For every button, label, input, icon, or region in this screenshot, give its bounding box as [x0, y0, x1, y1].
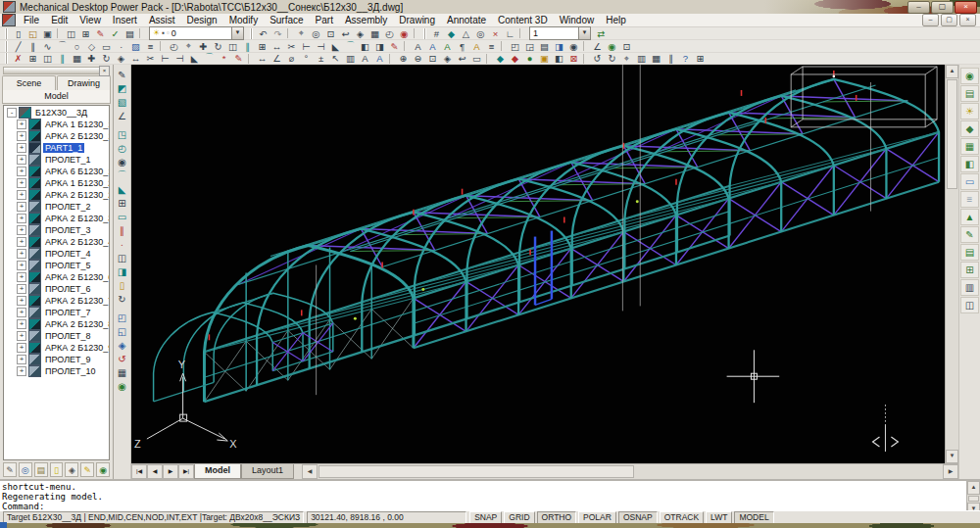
snap-intersection-icon[interactable]: ×	[488, 27, 503, 39]
fillet-feature-icon[interactable]: ⌒	[115, 168, 129, 182]
zoom-window2-icon[interactable]: ⊡	[425, 53, 440, 65]
subtract-icon[interactable]: ◨	[372, 40, 387, 52]
drawing-viewport[interactable]: Y X Z	[131, 65, 945, 463]
quick-render-icon[interactable]: ◉	[115, 379, 129, 393]
sketch-icon[interactable]: ◩	[115, 81, 129, 95]
sheet-tab[interactable]: Layout1	[241, 464, 294, 479]
menu-item[interactable]: Modify	[223, 14, 264, 26]
menu-item[interactable]: View	[74, 14, 107, 26]
osnap-mid-icon[interactable]: ◆	[508, 53, 522, 65]
status-toggle[interactable]: OSNAP	[618, 511, 658, 524]
tree-expand-icon[interactable]: +	[17, 343, 26, 353]
move2-icon[interactable]: ✚	[84, 53, 99, 65]
menu-item[interactable]: Assembly	[339, 14, 393, 26]
prev-tab-button[interactable]: ◀	[147, 464, 163, 479]
explode-icon[interactable]: *	[217, 53, 231, 65]
arc-icon[interactable]: ⌒	[55, 40, 70, 52]
mtext2-icon[interactable]: A	[372, 53, 387, 65]
palette-tab-model[interactable]: Model	[2, 90, 111, 104]
tree-expand-icon[interactable]: +	[17, 225, 26, 235]
osnap-end-icon[interactable]: ◆	[493, 53, 508, 65]
offset2-icon[interactable]: ∥	[55, 53, 70, 65]
highlight-icon[interactable]: ✎	[80, 462, 94, 477]
zoom-all-icon[interactable]: ◈	[440, 53, 455, 65]
region-icon[interactable]: ≡	[143, 40, 158, 52]
tree-item[interactable]: + ПРОЛЕТ_9	[4, 354, 109, 365]
command-history[interactable]: shortcut-menu.Regenerating model.Command…	[0, 481, 966, 510]
toolbar-separator[interactable]	[519, 28, 524, 38]
style-combo-dropdown[interactable]: ▼	[578, 27, 590, 39]
named-views-icon[interactable]: ▦	[368, 27, 382, 39]
layers-icon[interactable]: ▦	[649, 53, 663, 65]
trim2-icon[interactable]: ✂	[143, 53, 158, 65]
desktop-options-icon[interactable]: ✎	[3, 462, 17, 477]
linetype-icon[interactable]: ∥	[663, 53, 678, 65]
construction-line-icon[interactable]: ∥	[25, 40, 40, 52]
revolve-icon[interactable]: ◴	[115, 141, 129, 155]
zoom-out-icon[interactable]: ⊖	[411, 53, 425, 65]
toolbar-separator[interactable]	[486, 54, 491, 64]
command-scrollbar[interactable]: ▲ ▼	[966, 481, 980, 510]
layer-manager-icon[interactable]: ▦	[115, 365, 129, 379]
rotate-view-icon[interactable]: ↺	[115, 352, 129, 365]
menu-item[interactable]: Assist	[143, 14, 181, 26]
find-icon[interactable]: ◉	[397, 27, 412, 39]
move-icon[interactable]: ✚	[196, 40, 211, 52]
angle-icon[interactable]: ∠	[590, 40, 605, 52]
zoom-previous2-icon[interactable]: ↩	[455, 53, 469, 65]
close-button[interactable]: ×	[955, 1, 977, 14]
tree-item[interactable]: + АРКА 1 Б1230_2	[4, 177, 109, 189]
toolbar-separator[interactable]	[160, 41, 165, 51]
dim-aligned-icon[interactable]: ∠	[270, 53, 284, 65]
tree-expand-icon[interactable]: +	[17, 190, 26, 200]
redo-icon[interactable]: ↷	[270, 27, 285, 39]
break-point-icon[interactable]: ⊣	[172, 53, 187, 65]
palette-tab[interactable]: Drawing	[57, 75, 111, 90]
tree-expand-icon[interactable]: +	[17, 355, 26, 364]
toolbar-separator[interactable]	[57, 28, 62, 38]
tree-item[interactable]: - Б12Х30__3Д	[4, 107, 109, 119]
rectangle-icon[interactable]: ▭	[99, 40, 114, 52]
tree-item[interactable]: + АРКА 2 Б1230_8	[4, 318, 109, 330]
tree-item[interactable]: + АРКА 1 Б1230_1	[4, 119, 109, 130]
tree-expand-icon[interactable]: +	[17, 331, 26, 341]
text-style-icon[interactable]: ¶	[455, 40, 469, 52]
power-manipulator-icon[interactable]: ⇄	[594, 27, 609, 39]
folder-icon[interactable]: ▤	[34, 462, 48, 477]
toolbar-grip[interactable]	[5, 53, 8, 64]
tree-expand-icon[interactable]: +	[17, 167, 26, 176]
tree-expand-icon[interactable]: +	[17, 308, 26, 317]
app-menu-icon[interactable]	[2, 14, 16, 26]
rotate-icon[interactable]: ↻	[211, 40, 225, 52]
zoom-window-icon[interactable]: ⊡	[323, 27, 338, 39]
view-manager-icon[interactable]: ▤	[537, 40, 552, 52]
tree-item[interactable]: + ПРОЛЕТ_1	[4, 154, 109, 166]
snap-midpoint-icon[interactable]: △	[459, 27, 473, 39]
copy-icon[interactable]: ⊞	[25, 53, 40, 65]
spell-icon[interactable]: ✓	[108, 27, 122, 39]
status-toggle[interactable]: MODEL	[734, 511, 773, 524]
tree-item[interactable]: + ПРОЛЕТ_5	[4, 260, 109, 271]
hide-icon[interactable]: ◫	[960, 297, 979, 313]
tree-item[interactable]: + АРКА 2 Б1230_9	[4, 342, 109, 354]
tree-expand-icon[interactable]: +	[17, 261, 26, 270]
landscape-edit-icon[interactable]: ✎	[960, 226, 979, 243]
menu-item[interactable]: Window	[554, 14, 601, 26]
command-window[interactable]: shortcut-menu.Regenerating model.Command…	[0, 479, 980, 510]
tree-item[interactable]: + ПРОЛЕТ_3	[4, 224, 109, 236]
toolbar-separator[interactable]	[404, 41, 409, 51]
view-3d-icon[interactable]: ◨	[552, 40, 566, 52]
first-tab-button[interactable]: |◀	[131, 464, 147, 479]
menu-item[interactable]: File	[18, 14, 45, 26]
extend2-icon[interactable]: ⊢	[158, 53, 172, 65]
pattern-icon[interactable]: ⊞	[115, 196, 129, 210]
tree-item[interactable]: + АРКА 2 Б1230_3	[4, 213, 109, 224]
layer-combo[interactable]: ☀ ▪ ▫ 0 ▼	[149, 26, 244, 40]
render-preferences-icon[interactable]: ⊞	[960, 262, 979, 278]
status-toggle[interactable]: LWT	[706, 511, 732, 524]
copy-clip-icon[interactable]: ⊞	[78, 27, 93, 39]
tree-item[interactable]: + АРКА 2 Б1230_7	[4, 295, 109, 307]
tree-item[interactable]: + ПРОЛЕТ_8	[4, 330, 109, 342]
union-icon[interactable]: ◧	[358, 40, 372, 52]
statistics-icon[interactable]: ▥	[960, 279, 979, 296]
